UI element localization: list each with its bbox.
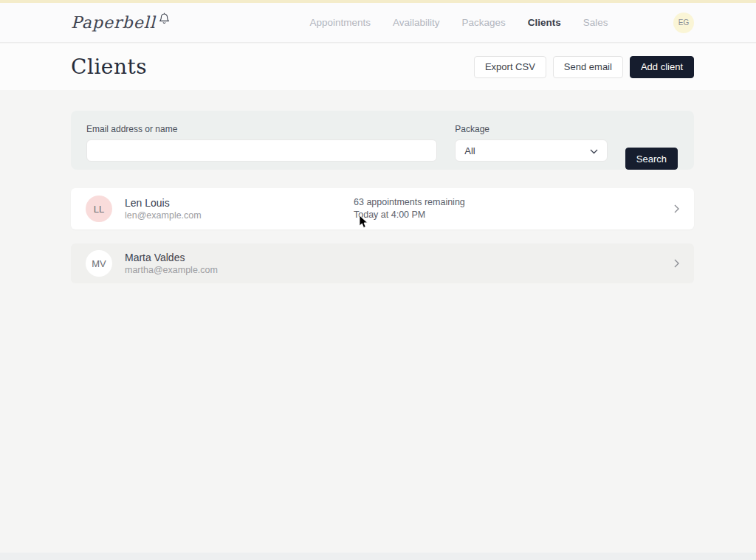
package-filter-label: Package — [455, 124, 607, 134]
client-meta: 63 appointments remaining Today at 4:00 … — [354, 196, 465, 221]
bell-icon — [159, 13, 170, 28]
logo-text: Paperbell — [71, 13, 156, 32]
client-email: len@example.com — [125, 210, 354, 221]
nav-item-packages[interactable]: Packages — [462, 17, 506, 28]
export-csv-button[interactable]: Export CSV — [474, 56, 546, 78]
client-name: Marta Valdes — [125, 252, 354, 263]
main-navigation: Appointments Availability Packages Clien… — [244, 17, 673, 28]
page-header: Clients Export CSV Send email Add client — [0, 44, 756, 90]
main-content: Email address or name Package All Search… — [71, 90, 694, 283]
email-search-label: Email address or name — [86, 124, 437, 134]
appointments-remaining: 63 appointments remaining — [354, 196, 465, 209]
nav-item-clients[interactable]: Clients — [528, 17, 561, 28]
package-select[interactable]: All — [455, 139, 607, 162]
send-email-button[interactable]: Send email — [553, 56, 623, 78]
client-email: martha@example.com — [125, 265, 354, 275]
package-selected-value: All — [464, 145, 475, 156]
next-appointment-time: Today at 4:00 PM — [354, 209, 465, 221]
nav-item-availability[interactable]: Availability — [393, 17, 440, 28]
user-avatar[interactable]: EG — [673, 13, 694, 33]
chevron-right-icon — [674, 204, 679, 213]
search-button[interactable]: Search — [625, 148, 678, 170]
nav-item-appointments[interactable]: Appointments — [309, 17, 371, 28]
bottom-strip — [0, 553, 756, 560]
client-avatar: LL — [86, 196, 112, 222]
add-client-button[interactable]: Add client — [630, 56, 694, 78]
top-navbar: Paperbell Appointments Availability Pack… — [0, 3, 756, 43]
page-title: Clients — [71, 55, 147, 79]
client-filter-panel: Email address or name Package All Search — [71, 111, 694, 170]
chevron-down-icon — [590, 145, 598, 156]
client-row-len-louis[interactable]: LL Len Louis len@example.com 63 appointm… — [71, 188, 694, 229]
client-name: Len Louis — [125, 197, 354, 209]
nav-item-sales[interactable]: Sales — [583, 17, 608, 28]
client-row-marta-valdes[interactable]: MV Marta Valdes martha@example.com — [71, 243, 694, 283]
top-accent-strip — [0, 0, 756, 3]
chevron-right-icon — [674, 259, 679, 268]
paperbell-logo[interactable]: Paperbell — [71, 13, 244, 32]
email-search-input[interactable] — [86, 139, 437, 162]
client-avatar: MV — [86, 250, 112, 277]
